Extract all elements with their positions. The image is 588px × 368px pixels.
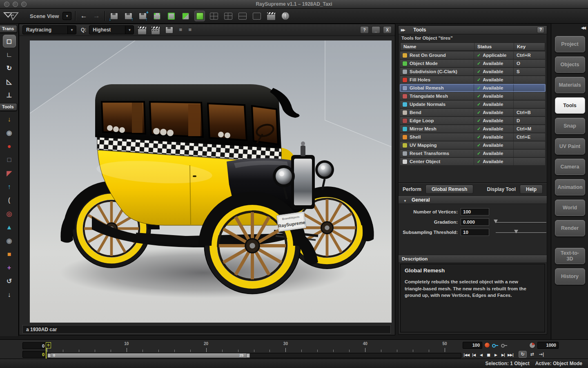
play-button[interactable]: ▶ xyxy=(492,352,499,358)
render-queue-icon[interactable]: ≡ xyxy=(187,27,193,33)
perform-global-remesh-button[interactable]: Global Remesh xyxy=(425,185,473,194)
shell-view-icon[interactable]: ◉ xyxy=(3,234,16,247)
display-tool-label[interactable]: Display Tool xyxy=(487,186,516,192)
panel-button-text-to-3d[interactable]: Text-to-3D xyxy=(555,248,585,264)
rotate-tool-icon[interactable]: ↻ xyxy=(3,62,16,74)
stop-button[interactable]: ■ xyxy=(485,352,492,358)
tools-panel-help-button[interactable]: ? xyxy=(537,27,544,33)
tool-row[interactable]: Edge LoopAvailableD xyxy=(400,117,545,124)
tool-row[interactable]: Center ObjectAvailable xyxy=(400,158,545,165)
web-publish-button[interactable] xyxy=(280,11,291,21)
timeline-range-scrollbar[interactable]: 0 25 xyxy=(47,353,461,358)
layout-split-button[interactable] xyxy=(237,11,248,21)
layout-single-button[interactable] xyxy=(252,11,262,21)
rest-on-ground-icon[interactable]: ↓ xyxy=(3,113,16,126)
3d-viewport-canvas[interactable]: BrandObjects RaySupreme xyxy=(30,40,392,323)
select-tool-icon[interactable]: ◻ xyxy=(3,35,16,47)
tool-row[interactable]: Global RemeshAvailable xyxy=(400,84,545,92)
panel-button-history[interactable]: History xyxy=(555,268,585,285)
parameter-input[interactable] xyxy=(461,229,489,236)
face-mode-button[interactable] xyxy=(180,11,191,21)
column-header-name[interactable]: Name xyxy=(401,43,474,50)
back-button[interactable]: ← xyxy=(79,12,88,20)
parameter-slider[interactable] xyxy=(496,229,546,235)
render-image-button[interactable] xyxy=(137,25,147,36)
refresh-icon[interactable]: ↺ xyxy=(3,275,16,287)
layout-three-button[interactable] xyxy=(223,11,234,21)
prompt-input[interactable] xyxy=(22,325,391,334)
parameter-slider[interactable] xyxy=(496,219,546,225)
mirror-mesh-icon[interactable]: ▲ xyxy=(3,221,16,233)
go-last-button[interactable]: ▶▶| xyxy=(507,352,514,358)
slider-handle[interactable] xyxy=(494,220,498,223)
panel-button-animation[interactable]: Animation xyxy=(555,179,585,195)
prev-key-button[interactable]: |◀ xyxy=(470,352,477,358)
panel-button-materials[interactable]: Materials xyxy=(555,77,585,93)
move-tool-icon[interactable]: ∟ xyxy=(3,48,16,61)
load-file-button[interactable]: ↓ xyxy=(109,11,119,21)
render-mode-select[interactable]: Raytracing xyxy=(22,25,76,34)
timeline-start-field[interactable] xyxy=(22,342,47,349)
object-mode-icon[interactable]: ◉ xyxy=(3,126,16,139)
general-section-header[interactable]: General xyxy=(399,195,547,204)
add-keyframe-icon[interactable] xyxy=(492,342,499,348)
tool-row[interactable]: Reset TransformsAvailable xyxy=(400,150,545,157)
scene-view-dropdown[interactable] xyxy=(62,12,71,20)
forward-button[interactable]: → xyxy=(92,12,101,20)
scale-tool-icon[interactable]: ◺ xyxy=(3,75,16,88)
pivot-tool-icon[interactable]: ⊥ xyxy=(3,89,16,101)
render-settings-icon[interactable]: ≡ xyxy=(177,27,184,33)
timeline-ruler[interactable]: 0 1020304050 xyxy=(47,341,461,352)
column-header-key[interactable]: Key xyxy=(514,43,545,50)
range-thumb[interactable] xyxy=(47,353,250,358)
column-header-status[interactable]: Status xyxy=(474,43,514,50)
panel-collapse-icon[interactable]: ▶▶ xyxy=(401,28,404,32)
remove-keyframe-icon[interactable] xyxy=(501,342,508,348)
update-normals-icon[interactable]: ↑ xyxy=(3,180,16,193)
quality-select[interactable]: Highest xyxy=(89,25,134,34)
save-render-button[interactable] xyxy=(164,25,174,35)
close-window-button[interactable] xyxy=(4,2,9,7)
triangulate-mesh-icon[interactable]: ◤ xyxy=(3,167,16,180)
go-first-button[interactable]: |◀◀ xyxy=(463,352,470,358)
uv-mapping-icon[interactable]: ■ xyxy=(3,248,16,260)
viewport-minimize-button[interactable]: _ xyxy=(372,26,380,34)
render-animation-button[interactable] xyxy=(266,11,276,21)
help-button[interactable]: Help xyxy=(520,185,543,194)
tool-row[interactable]: UV MappingAvailable xyxy=(400,141,545,149)
step-forward-button[interactable]: ▶| xyxy=(499,352,507,358)
tool-row[interactable]: Rest On GroundApplicableCtrl+R xyxy=(400,52,545,59)
save-plus-button[interactable]: +↑ xyxy=(137,11,148,21)
render-movie-button[interactable] xyxy=(150,25,161,36)
panel-button-world[interactable]: World xyxy=(555,200,585,216)
panel-button-camera[interactable]: Camera xyxy=(555,159,585,175)
minimize-window-button[interactable] xyxy=(13,2,18,7)
reset-transforms-icon[interactable]: + xyxy=(3,261,16,274)
tool-row[interactable]: ShellAvailableCtrl+E xyxy=(400,133,545,141)
ping-pong-button[interactable]: ⇄ xyxy=(528,351,536,358)
object-mode-button[interactable] xyxy=(194,11,205,21)
parameter-input[interactable] xyxy=(461,208,489,215)
vertex-mode-button[interactable] xyxy=(151,11,162,21)
viewport-help-button[interactable]: ? xyxy=(360,26,369,34)
play-once-button[interactable]: →| xyxy=(537,351,546,358)
record-icon[interactable] xyxy=(485,343,490,348)
tool-row[interactable]: Object ModeAvailableO xyxy=(400,60,545,67)
tool-row[interactable]: Update NormalsAvailable xyxy=(400,101,545,108)
collapse-rail-icon[interactable]: ◀◀ xyxy=(581,26,585,30)
zoom-window-button[interactable] xyxy=(21,2,27,7)
bend-icon[interactable]: ( xyxy=(3,194,16,206)
layout-quad-button[interactable] xyxy=(209,11,219,21)
edge-loop-icon[interactable]: ◎ xyxy=(3,207,16,220)
viewport-close-button[interactable]: X xyxy=(383,26,392,34)
loop-button[interactable]: ↻ xyxy=(519,351,527,358)
panel-button-uv-paint[interactable]: UV Paint xyxy=(555,138,585,155)
tool-row[interactable]: Triangulate MeshAvailable xyxy=(400,92,545,100)
fill-holes-icon[interactable]: ● xyxy=(3,140,16,153)
step-back-button[interactable]: ◀ xyxy=(477,352,485,358)
panel-button-render[interactable]: Render xyxy=(555,220,585,236)
tool-row[interactable]: Fill HolesAvailable xyxy=(400,76,545,83)
edge-mode-button[interactable] xyxy=(166,11,176,21)
parameter-input[interactable] xyxy=(461,218,489,226)
center-object-icon[interactable]: ↓ xyxy=(3,288,16,301)
